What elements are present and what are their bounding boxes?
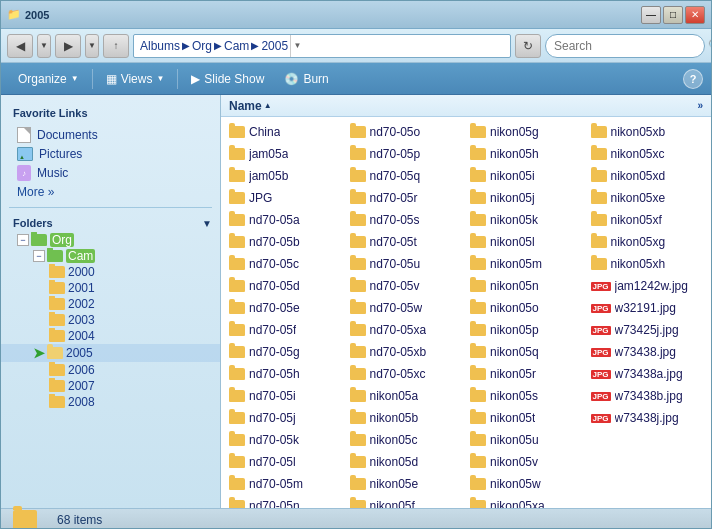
list-item[interactable]: China (225, 121, 346, 143)
list-item[interactable]: nikon05b (346, 407, 467, 429)
list-item[interactable]: nikon05a (346, 385, 467, 407)
tree-item-2002[interactable]: 2002 (1, 296, 220, 312)
organize-button[interactable]: Organize ▼ (9, 66, 88, 92)
list-item[interactable]: nd70-05xa (346, 319, 467, 341)
list-item[interactable]: nd70-05n (225, 495, 346, 508)
more-link[interactable]: More » (1, 183, 220, 201)
list-item[interactable]: nikon05f (346, 495, 467, 508)
tree-item-2003[interactable]: 2003 (1, 312, 220, 328)
folders-header[interactable]: Folders ▼ (1, 214, 220, 232)
sidebar-item-documents[interactable]: Documents (1, 125, 220, 145)
list-item[interactable]: nikon05p (466, 319, 587, 341)
list-item[interactable]: nikon05w (466, 473, 587, 495)
list-item[interactable]: nikon05xb (587, 121, 708, 143)
list-item[interactable]: nikon05xa (466, 495, 587, 508)
expand-cam[interactable]: − (33, 250, 45, 262)
list-item[interactable]: nikon05n (466, 275, 587, 297)
list-item[interactable]: nikon05d (346, 451, 467, 473)
tree-item-2008[interactable]: 2008 (1, 394, 220, 410)
list-item[interactable]: nikon05xf (587, 209, 708, 231)
sidebar-item-music[interactable]: ♪ Music (1, 163, 220, 183)
list-item[interactable]: JPG (225, 187, 346, 209)
list-item[interactable]: nikon05j (466, 187, 587, 209)
list-item[interactable]: nikon05q (466, 341, 587, 363)
maximize-button[interactable]: □ (663, 6, 683, 24)
list-item[interactable]: JPGw73438j.jpg (587, 407, 708, 429)
list-item[interactable] (587, 429, 708, 451)
list-item[interactable]: JPGw32191.jpg (587, 297, 708, 319)
list-item[interactable]: nd70-05m (225, 473, 346, 495)
list-item[interactable]: nd70-05g (225, 341, 346, 363)
list-item[interactable]: nikon05xh (587, 253, 708, 275)
expand-org[interactable]: − (17, 234, 29, 246)
help-button[interactable]: ? (683, 69, 703, 89)
list-item[interactable]: nd70-05a (225, 209, 346, 231)
list-item[interactable]: jam05b (225, 165, 346, 187)
list-item[interactable] (587, 495, 708, 508)
list-item[interactable]: nikon05u (466, 429, 587, 451)
address-path[interactable]: Albums ▶ Org ▶ Cam ▶ 2005 ▼ (133, 34, 511, 58)
list-item[interactable]: nd70-05l (225, 451, 346, 473)
tree-item-2005[interactable]: ➤ 2005 (1, 344, 220, 362)
up-button[interactable]: ↑ (103, 34, 129, 58)
list-item[interactable]: nd70-05j (225, 407, 346, 429)
close-button[interactable]: ✕ (685, 6, 705, 24)
tree-item-2006[interactable]: 2006 (1, 362, 220, 378)
list-item[interactable]: nikon05m (466, 253, 587, 275)
back-dropdown[interactable]: ▼ (37, 34, 51, 58)
list-item[interactable]: nikon05xd (587, 165, 708, 187)
tree-item-2004[interactable]: 2004 (1, 328, 220, 344)
search-input[interactable] (554, 39, 704, 53)
list-item[interactable]: nikon05h (466, 143, 587, 165)
list-item[interactable]: nd70-05d (225, 275, 346, 297)
tree-item-org[interactable]: − Org (1, 232, 220, 248)
list-item[interactable]: nikon05s (466, 385, 587, 407)
list-item[interactable]: JPGw73425j.jpg (587, 319, 708, 341)
list-item[interactable]: nd70-05v (346, 275, 467, 297)
list-item[interactable]: nd70-05e (225, 297, 346, 319)
list-item[interactable]: nd70-05o (346, 121, 467, 143)
list-item[interactable]: JPGjam1242w.jpg (587, 275, 708, 297)
list-item[interactable]: nd70-05k (225, 429, 346, 451)
list-item[interactable]: nikon05xg (587, 231, 708, 253)
list-item[interactable]: nikon05e (346, 473, 467, 495)
list-item[interactable]: JPGw73438a.jpg (587, 363, 708, 385)
list-item[interactable]: nd70-05q (346, 165, 467, 187)
list-item[interactable]: nd70-05w (346, 297, 467, 319)
forward-dropdown[interactable]: ▼ (85, 34, 99, 58)
list-item[interactable]: nikon05t (466, 407, 587, 429)
list-item[interactable]: nikon05r (466, 363, 587, 385)
tree-item-2007[interactable]: 2007 (1, 378, 220, 394)
list-item[interactable]: nikon05v (466, 451, 587, 473)
list-item[interactable]: jam05a (225, 143, 346, 165)
path-dropdown[interactable]: ▼ (290, 35, 304, 57)
minimize-button[interactable]: — (641, 6, 661, 24)
list-item[interactable]: nd70-05b (225, 231, 346, 253)
list-item[interactable]: nd70-05u (346, 253, 467, 275)
list-item[interactable]: nd70-05t (346, 231, 467, 253)
list-item[interactable]: nikon05i (466, 165, 587, 187)
views-button[interactable]: ▦ Views ▼ (97, 66, 174, 92)
refresh-button[interactable]: ↻ (515, 34, 541, 58)
column-name-header[interactable]: Name ▲ (229, 99, 272, 113)
list-item[interactable]: nd70-05c (225, 253, 346, 275)
list-item[interactable] (587, 473, 708, 495)
slideshow-button[interactable]: ▶ Slide Show (182, 66, 273, 92)
tree-item-2000[interactable]: 2000 (1, 264, 220, 280)
list-item[interactable]: nikon05l (466, 231, 587, 253)
sidebar-item-pictures[interactable]: Pictures (1, 145, 220, 163)
list-item[interactable]: nd70-05r (346, 187, 467, 209)
tree-item-2001[interactable]: 2001 (1, 280, 220, 296)
list-item[interactable]: nikon05c (346, 429, 467, 451)
list-item[interactable]: nd70-05s (346, 209, 467, 231)
tree-item-cam[interactable]: − Cam (1, 248, 220, 264)
list-item[interactable]: JPGw73438.jpg (587, 341, 708, 363)
list-item[interactable]: nd70-05i (225, 385, 346, 407)
list-item[interactable]: nd70-05xc (346, 363, 467, 385)
list-item[interactable]: nikon05g (466, 121, 587, 143)
list-item[interactable]: nikon05o (466, 297, 587, 319)
list-item[interactable]: nd70-05xb (346, 341, 467, 363)
list-item[interactable]: JPGw73438b.jpg (587, 385, 708, 407)
list-item[interactable]: nd70-05f (225, 319, 346, 341)
list-item[interactable] (587, 451, 708, 473)
